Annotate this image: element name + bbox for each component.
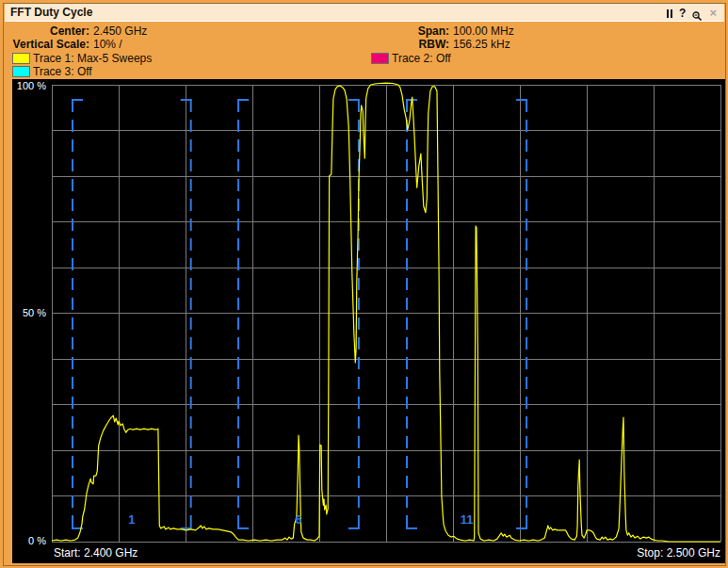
titlebar-icons: ? × — [667, 7, 717, 20]
trace2-color-swatch — [371, 53, 389, 64]
channel-label-1: 1 — [120, 512, 144, 527]
rbw-label: RBW: — [323, 38, 449, 51]
vertical-scale-label: Vertical Scale: — [12, 38, 89, 51]
pause-icon[interactable] — [667, 9, 672, 18]
close-icon[interactable]: × — [709, 8, 717, 18]
y-axis-label-100: 100 % — [12, 80, 46, 91]
trace1-color-swatch — [12, 53, 30, 64]
center-value: 2.450 GHz — [93, 24, 147, 38]
stop-frequency-label: Stop: 2.500 GHz — [637, 546, 720, 560]
spectrum-plot[interactable]: 100 % 50 % 0 % 1611 Start: 2.400 GHz Sto… — [12, 79, 725, 563]
start-frequency-label: Start: 2.400 GHz — [54, 546, 138, 560]
window-title: FFT Duty Cycle — [10, 6, 92, 19]
channel-label-6: 6 — [286, 512, 311, 527]
measurement-header: Center: 2.450 GHz Span: 100.00 MHz Verti… — [12, 23, 722, 79]
titlebar: FFT Duty Cycle ? × — [5, 4, 724, 22]
span-label: Span: — [323, 24, 449, 38]
vertical-scale-value: 10% / — [93, 38, 122, 51]
trace1-legend: Trace 1: Max-5 Sweeps — [33, 52, 152, 65]
span-value: 100.00 MHz — [453, 24, 514, 38]
trace3-legend: Trace 3: Off — [33, 65, 92, 78]
channel-label-11: 11 — [455, 512, 479, 527]
trace3-color-swatch — [12, 66, 30, 77]
rbw-value: 156.25 kHz — [453, 38, 510, 51]
center-label: Center: — [12, 24, 89, 38]
magnifier-icon[interactable] — [692, 8, 703, 19]
y-axis-label-0: 0 % — [12, 535, 46, 546]
y-axis-label-50: 50 % — [12, 307, 46, 318]
help-icon[interactable]: ? — [679, 8, 686, 18]
trace2-legend: Trace 2: Off — [392, 52, 451, 65]
fft-duty-cycle-window: FFT Duty Cycle ? × Center: 2.450 GHz Spa… — [0, 0, 728, 568]
plot-canvas — [12, 79, 725, 563]
